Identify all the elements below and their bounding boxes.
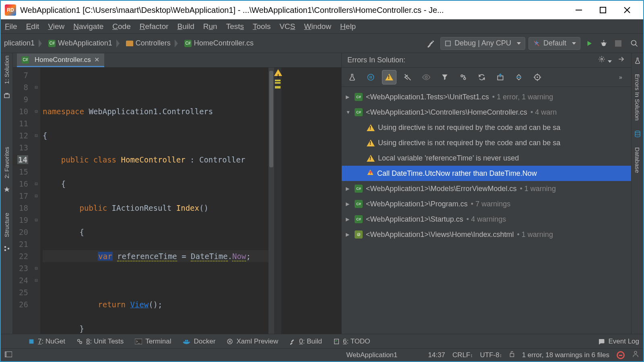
run-button[interactable] [585, 39, 593, 47]
menu-edit[interactable]: Edit [26, 22, 39, 31]
tab-homecontroller[interactable]: C# HomeController.cs ✕ [17, 53, 104, 67]
tree-file-row[interactable]: ▶C#<WebApplication1>\Models\ErrorViewMod… [342, 181, 631, 196]
export-icon[interactable] [493, 70, 508, 84]
warning-icon [385, 74, 393, 80]
csharp-file-icon: C# [355, 185, 363, 193]
status-summary[interactable]: 1 error, 18 warnings in 6 files [522, 351, 609, 359]
stop-button[interactable] [614, 39, 622, 47]
status-encoding[interactable]: UTF-8↕ [480, 351, 502, 359]
hide-icon[interactable] [617, 55, 625, 65]
svg-point-36 [80, 341, 82, 343]
tree-file-row[interactable]: ▶C#<WebApplication1>\Startup.cs • 4 warn… [342, 212, 631, 227]
menu-view[interactable]: View [48, 22, 64, 31]
tree-warning-row[interactable]: Local variable 'referenceTime' is never … [342, 150, 631, 166]
flask-icon[interactable] [634, 57, 641, 64]
tool-errors[interactable]: Errors In Solution [634, 74, 641, 121]
menu-code[interactable]: Code [112, 22, 130, 31]
menu-tools[interactable]: Tools [253, 22, 270, 31]
menu-build[interactable]: Build [178, 22, 194, 31]
tool-todo[interactable]: 6: TODO [333, 337, 370, 346]
tool-favorites[interactable]: 2: Favorites [3, 147, 10, 178]
ignore-icon[interactable] [400, 70, 415, 84]
csharp-file-icon: C# [184, 40, 192, 47]
tree-warning-row[interactable]: Using directive is not required by the c… [342, 135, 631, 150]
tool-terminal[interactable]: >_Terminal [135, 337, 171, 346]
menu-window[interactable]: Window [304, 22, 332, 31]
build-config-dropdown[interactable]: Debug | Any CPU [440, 37, 525, 50]
database-icon[interactable] [634, 130, 641, 138]
tree-file-row[interactable]: ▶C#<WebApplication1>\Program.cs • 7 warn… [342, 196, 631, 212]
tree-file-row[interactable]: ▶C#<WebApplication1.Tests>\UnitTest1.cs … [342, 89, 631, 105]
errors-tree[interactable]: ▶C#<WebApplication1.Tests>\UnitTest1.cs … [342, 87, 631, 334]
refresh-icon[interactable] [475, 70, 489, 84]
code-text[interactable]: namespace WebApplication1.Controllers { … [40, 68, 268, 334]
status-cursor[interactable]: 14:37 [428, 351, 446, 359]
warning-filter-button[interactable] [382, 70, 396, 84]
group-by-icon[interactable] [456, 70, 471, 84]
minimize-button[interactable] [575, 6, 583, 14]
tool-event-log[interactable]: Event Log [598, 337, 639, 346]
svg-rect-42 [5, 352, 7, 357]
crumb-file[interactable]: C#HomeController.cs [181, 34, 257, 53]
eye-icon[interactable] [419, 70, 433, 84]
tree-file-row[interactable]: ▼C#<WebApplication1>\Controllers\HomeCon… [342, 105, 631, 120]
gear-icon[interactable] [598, 56, 612, 65]
crumb-project[interactable]: plication1 [1, 34, 45, 53]
tab-close-button[interactable]: ✕ [94, 56, 99, 64]
crumb-folder[interactable]: Controllers [123, 34, 181, 53]
debug-button[interactable] [600, 39, 608, 47]
warning-icon [367, 124, 375, 131]
collapse-icon[interactable] [512, 70, 526, 84]
more-icon[interactable]: » [613, 70, 628, 84]
marker-strip[interactable] [274, 68, 281, 334]
hide-tools-icon[interactable] [5, 351, 12, 359]
menu-vcs[interactable]: VCS [279, 22, 295, 31]
crumb-solution[interactable]: C#WebApplication1 [45, 34, 123, 53]
maximize-button[interactable] [599, 6, 607, 14]
svg-point-19 [368, 74, 374, 80]
target-icon[interactable] [530, 70, 545, 84]
inspector-icon[interactable] [632, 350, 639, 360]
lock-icon[interactable] [509, 351, 515, 359]
menu-file[interactable]: File [5, 22, 17, 31]
tool-unit-tests[interactable]: 8: Unit Tests [76, 337, 124, 346]
menu-refactor[interactable]: Refactor [140, 22, 169, 31]
status-project[interactable]: WebApplication1 [346, 351, 397, 359]
error-indicator-icon[interactable] [617, 351, 625, 359]
tool-build[interactable]: 0: Build [289, 337, 322, 346]
menu-tests[interactable]: Tests [226, 22, 244, 31]
filter-icon[interactable] [438, 70, 452, 84]
breadcrumb: plication1 C#WebApplication1 Controllers… [1, 34, 257, 53]
tool-structure[interactable]: Structure [3, 213, 10, 237]
tool-database[interactable]: Database [634, 147, 641, 173]
svg-line-12 [636, 44, 638, 46]
tool-docker[interactable]: Docker [183, 337, 216, 346]
menu-help[interactable]: Help [340, 22, 356, 31]
flask-icon[interactable] [345, 70, 359, 84]
tree-file-row[interactable]: ▶@<WebApplication1>\Views\Home\Index.csh… [342, 227, 631, 242]
csharp-file-icon: C# [22, 56, 29, 64]
tree-warning-row-selected[interactable]: Call DateTime.UtcNow rather than DateTim… [342, 166, 631, 181]
svg-rect-15 [4, 246, 6, 248]
run-config-dropdown[interactable]: Default [528, 37, 580, 50]
svg-rect-10 [615, 40, 621, 47]
pause-icon[interactable] [363, 70, 378, 84]
close-button[interactable] [623, 6, 631, 14]
svg-rect-17 [8, 248, 9, 249]
tool-xaml[interactable]: Xaml Preview [227, 337, 278, 346]
editor-scrollbar[interactable] [268, 68, 274, 334]
tree-warning-row[interactable]: Using directive is not required by the c… [342, 120, 631, 135]
svg-rect-20 [370, 76, 371, 78]
search-everywhere-button[interactable] [630, 39, 638, 47]
menu-run[interactable]: Run [203, 22, 217, 31]
tool-solution[interactable]: 1: Solution [3, 56, 10, 84]
project-icon: C# [48, 40, 56, 47]
build-button[interactable] [427, 39, 435, 47]
status-crlf[interactable]: CRLF↕ [452, 351, 473, 359]
csharp-file-icon: C# [355, 108, 363, 116]
editor-tabs: C# HomeController.cs ✕ [13, 53, 341, 68]
bottom-tool-bar: 7: NuGet 8: Unit Tests >_Terminal Docker… [1, 334, 643, 348]
code-editor[interactable]: 78910111213 14 151617181920212223242526 … [13, 68, 341, 334]
tool-nuget[interactable]: 7: NuGet [28, 337, 65, 346]
menu-navigate[interactable]: Navigate [73, 22, 103, 31]
